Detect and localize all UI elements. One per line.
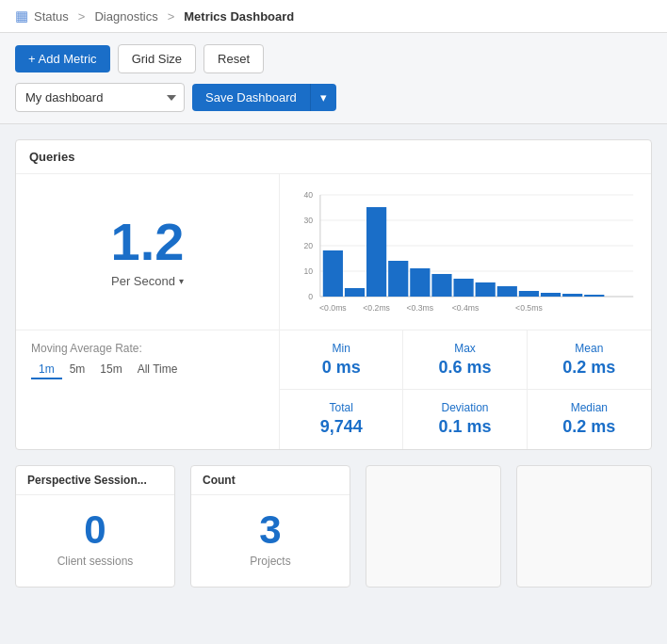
metric-caret-icon: ▾ [179, 276, 184, 286]
small-card-count-label: Projects [250, 555, 290, 568]
time-tab-alltime[interactable]: All Time [130, 361, 186, 379]
stat-min: Min 0 ms [280, 330, 403, 390]
breadcrumb-status[interactable]: Status [34, 9, 69, 24]
svg-text:<0.5ms: <0.5ms [515, 303, 543, 313]
bar-11 [541, 293, 561, 297]
breadcrumb-sep-1: > [78, 9, 86, 24]
chart-svg-area: 40 30 20 10 0 [293, 185, 638, 322]
save-dashboard-button[interactable]: Save Dashboard [192, 84, 310, 111]
queries-top-row: 1.2 Per Second ▾ [16, 174, 651, 330]
metric-label[interactable]: Per Second ▾ [111, 274, 184, 288]
svg-text:40: 40 [304, 190, 314, 200]
save-dashboard-group: Save Dashboard ▾ [192, 84, 336, 111]
add-metric-button[interactable]: + Add Metric [15, 45, 110, 72]
moving-avg-area: Moving Average Rate: 1m 5m 15m All Time [16, 330, 280, 449]
breadcrumb-diagnostics[interactable]: Diagnostics [94, 9, 157, 24]
bar-7 [453, 279, 473, 297]
time-tab-15m[interactable]: 15m [92, 361, 129, 379]
breadcrumb-bar: ▦ Status > Diagnostics > Metrics Dashboa… [0, 0, 667, 33]
small-card-count-title: Count [191, 466, 350, 495]
small-cards-row: Perspective Session... 0 Client sessions… [15, 465, 652, 588]
stat-max: Max 0.6 ms [403, 330, 527, 390]
svg-text:<0.3ms: <0.3ms [407, 303, 434, 313]
stat-total: Total 9,744 [280, 390, 403, 449]
small-card-sessions-body: 0 Client sessions [16, 495, 174, 583]
dashboard-select[interactable]: My dashboard Default Custom [15, 83, 185, 112]
metric-value: 1.2 [111, 216, 185, 268]
stat-median: Median 0.2 ms [528, 390, 651, 449]
reset-button[interactable]: Reset [203, 44, 264, 73]
histogram-area: 40 30 20 10 0 [280, 174, 651, 330]
empty-card-1 [366, 465, 501, 588]
small-card-count: Count 3 Projects [190, 465, 350, 588]
bar-2 [345, 288, 365, 297]
bar-3 [366, 207, 386, 297]
stat-mean: Mean 0.2 ms [528, 330, 651, 390]
small-card-sessions: Perspective Session... 0 Client sessions [15, 465, 175, 588]
small-card-count-body: 3 Projects [191, 495, 350, 583]
svg-text:30: 30 [304, 216, 314, 225]
toolbar: + Add Metric Grid Size Reset My dashboar… [0, 33, 667, 124]
breadcrumb-current: Metrics Dashboard [184, 9, 294, 24]
bar-8 [476, 282, 496, 297]
svg-text:<0.4ms: <0.4ms [452, 303, 480, 313]
time-tab-5m[interactable]: 5m [62, 361, 93, 379]
small-card-count-value: 3 [259, 510, 281, 550]
svg-text:<0.2ms: <0.2ms [363, 303, 390, 313]
per-second-label: Per Second [111, 274, 175, 288]
small-card-sessions-title: Perspective Session... [16, 466, 174, 495]
bar-4 [388, 261, 408, 297]
queries-widget: Queries 1.2 Per Second ▾ [15, 139, 652, 450]
bar-6 [431, 274, 451, 297]
main-content: Queries 1.2 Per Second ▾ [0, 124, 667, 603]
bar-5 [410, 268, 430, 297]
toolbar-row-1: + Add Metric Grid Size Reset [15, 44, 652, 73]
svg-text:0: 0 [308, 292, 313, 301]
histogram-svg: 40 30 20 10 0 [293, 185, 638, 336]
svg-text:10: 10 [304, 266, 314, 276]
svg-text:<0.0ms: <0.0ms [319, 303, 347, 313]
toolbar-row-2: My dashboard Default Custom Save Dashboa… [15, 83, 652, 112]
bar-1 [323, 250, 343, 297]
stat-deviation: Deviation 0.1 ms [403, 390, 527, 449]
breadcrumb-sep-2: > [168, 9, 175, 24]
status-icon: ▦ [15, 8, 28, 24]
moving-avg-label: Moving Average Rate: [31, 342, 264, 355]
empty-card-2 [516, 465, 652, 588]
bar-13 [584, 295, 604, 297]
queries-widget-title: Queries [16, 140, 651, 174]
bar-10 [519, 291, 539, 297]
time-tabs: 1m 5m 15m All Time [31, 361, 264, 379]
bar-12 [562, 294, 582, 297]
small-card-sessions-value: 0 [84, 510, 106, 550]
stats-grid: Min 0 ms Max 0.6 ms Mean 0.2 ms Total 9,… [280, 330, 651, 449]
save-dashboard-arrow-button[interactable]: ▾ [310, 84, 336, 111]
bar-9 [497, 286, 517, 297]
queries-widget-body: 1.2 Per Second ▾ [16, 174, 651, 449]
small-card-sessions-label: Client sessions [57, 555, 134, 568]
svg-text:20: 20 [304, 241, 314, 250]
grid-size-button[interactable]: Grid Size [118, 44, 196, 73]
time-tab-1m[interactable]: 1m [31, 361, 62, 379]
metric-big-area: 1.2 Per Second ▾ [16, 174, 280, 330]
queries-bottom-row: Moving Average Rate: 1m 5m 15m All Time … [16, 330, 651, 449]
